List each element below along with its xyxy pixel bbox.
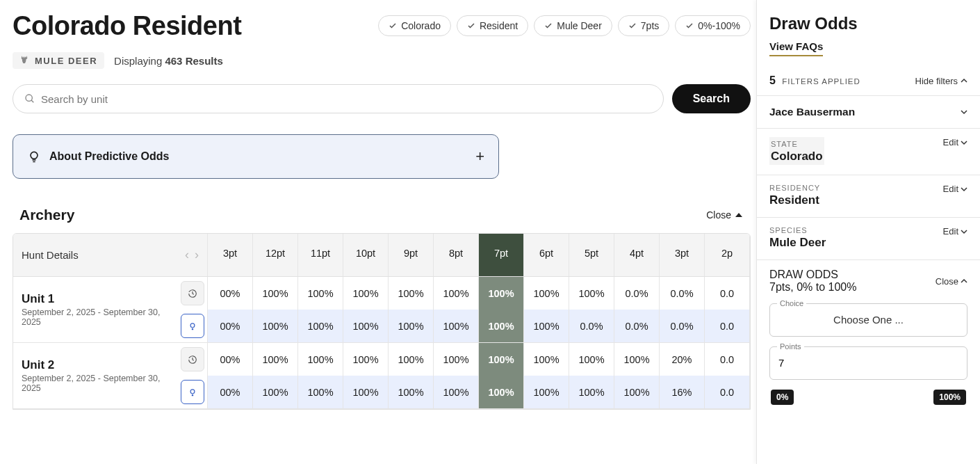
odds-cell[interactable]: 100% [479,277,524,310]
odds-cell[interactable]: 0.0% [614,277,660,310]
odds-cell[interactable]: 100% [434,376,479,408]
odds-cell[interactable]: 100% [614,343,660,376]
odds-cell[interactable]: 100% [524,310,569,342]
edit-state[interactable]: Edit [943,137,967,147]
odds-cell[interactable]: 100% [479,343,524,376]
odds-cell[interactable]: 100% [389,310,434,342]
slider-max[interactable]: 100% [933,390,966,405]
odds-cell[interactable]: 100% [434,310,479,342]
close-draw-odds[interactable]: Close [936,269,967,294]
odds-cell[interactable]: 100% [569,343,614,376]
odds-cell[interactable]: 100% [298,343,343,376]
odds-cell[interactable]: 100% [389,376,434,408]
column-header[interactable]: 12pt [253,234,298,276]
filter-chip[interactable]: 0%-100% [675,15,751,36]
points-field[interactable]: Points [769,346,967,380]
odds-cell[interactable]: 0.0 [705,343,750,376]
column-header[interactable]: 11pt [298,234,343,276]
odds-cell[interactable]: 0.0% [660,277,705,310]
odds-cell[interactable]: 100% [253,310,298,342]
odds-cell[interactable]: 0.0% [614,310,660,342]
odds-cell[interactable]: 00% [208,376,253,408]
odds-cell[interactable]: 0.0% [569,310,614,342]
odds-cell[interactable]: 00% [208,277,253,310]
edit-species[interactable]: Edit [943,226,967,237]
predictive-button[interactable] [181,314,204,338]
odds-cell[interactable]: 100% [389,277,434,310]
odds-cell[interactable]: 100% [389,343,434,376]
filter-chip[interactable]: 7pts [618,15,669,36]
column-header[interactable]: 5pt [569,234,614,276]
search-button[interactable]: Search [672,84,751,113]
odds-cell[interactable]: 100% [434,343,479,376]
odds-cell[interactable]: 100% [343,277,389,310]
unit-dates: September 2, 2025 - September 30, 2025 [22,374,170,393]
filter-chip[interactable]: Resident [457,15,528,36]
odds-cell[interactable]: 100% [524,376,569,408]
svg-point-0 [26,95,32,101]
odds-cell[interactable]: 0.0 [705,376,750,408]
odds-cell[interactable]: 100% [298,376,343,408]
odds-cell[interactable]: 100% [614,376,660,408]
column-header[interactable]: 3pt [208,234,253,276]
odds-cell[interactable]: 100% [343,376,389,408]
chevron-down-icon [961,228,967,235]
check-icon [628,22,637,30]
odds-cell[interactable]: 20% [660,343,705,376]
odds-cell[interactable]: 100% [298,310,343,342]
odds-cell[interactable]: 0.0 [705,277,750,310]
prev-columns[interactable]: ‹ [185,248,189,262]
chevron-down-icon [961,109,967,115]
odds-cell[interactable]: 100% [343,343,389,376]
edit-residency[interactable]: Edit [943,184,967,194]
column-header[interactable]: 7pt [479,234,524,276]
unit-dates: September 2, 2025 - September 30, 2025 [22,307,170,327]
odds-cell[interactable]: 100% [253,343,298,376]
unit-name: Unit 2 [22,358,170,372]
column-header[interactable]: 9pt [389,234,434,276]
odds-cell[interactable]: 100% [253,376,298,408]
odds-cell[interactable]: 16% [660,376,705,408]
view-faqs-link[interactable]: View FAQs [769,40,823,56]
filter-chips: ColoradoResidentMule Deer7pts0%-100% [378,15,751,36]
column-header[interactable]: 3pt [660,234,705,276]
odds-cell[interactable]: 100% [524,343,569,376]
filter-chip[interactable]: Mule Deer [534,15,612,36]
hide-filters-toggle[interactable]: Hide filters [915,76,967,86]
odds-cell[interactable]: 00% [208,343,253,376]
species-value: Mule Deer [769,236,826,250]
odds-cell[interactable]: 100% [479,310,524,342]
odds-cell[interactable]: 00% [208,310,253,342]
history-button[interactable] [181,347,204,371]
odds-cell[interactable]: 0.0 [705,310,750,342]
search-input[interactable] [41,93,652,105]
next-columns[interactable]: › [195,248,199,262]
filter-chip[interactable]: Colorado [378,15,451,36]
odds-cell[interactable]: 100% [343,310,389,342]
odds-cell[interactable]: 100% [569,277,614,310]
column-header[interactable]: 4pt [614,234,660,276]
column-header[interactable]: 2p [705,234,750,276]
column-header[interactable]: 6pt [524,234,569,276]
user-selector[interactable]: Jace Bauserman [757,95,980,129]
hunt-details-header: Hunt Details ‹ › [13,234,208,276]
history-button[interactable] [181,281,204,305]
choice-field[interactable]: Choice Choose One ... [769,303,967,337]
about-predictive-odds[interactable]: About Predictive Odds + [13,134,499,179]
slider-min[interactable]: 0% [771,390,794,405]
odds-cell[interactable]: 100% [479,376,524,408]
section-close-toggle[interactable]: Close [706,209,742,221]
odds-cell[interactable]: 100% [253,277,298,310]
column-header[interactable]: 10pt [343,234,389,276]
unit-name: Unit 1 [22,292,170,306]
odds-cell[interactable]: 100% [298,277,343,310]
choice-select[interactable]: Choose One ... [778,314,958,326]
odds-cell[interactable]: 0.0% [660,310,705,342]
predictive-button[interactable] [181,380,204,404]
odds-cell[interactable]: 100% [434,277,479,310]
points-input[interactable] [778,357,958,369]
odds-cell[interactable]: 100% [569,376,614,408]
search-input-wrap[interactable] [13,84,664,113]
column-header[interactable]: 8pt [434,234,479,276]
odds-cell[interactable]: 100% [524,277,569,310]
